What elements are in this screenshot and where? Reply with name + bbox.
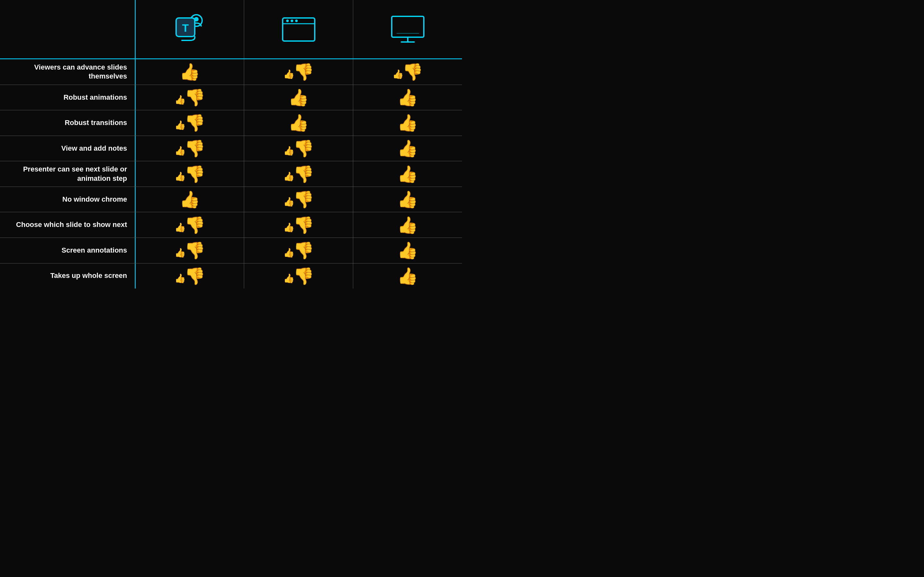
- thumbs-down-icon: 👎: [184, 114, 205, 131]
- thumbs-up-icon: 👍: [397, 191, 418, 208]
- table-row: Presenter can see next slide or animatio…: [0, 161, 462, 187]
- monitor-cell: 👍: [353, 263, 462, 289]
- small-thumbs-up-icon: 👍: [174, 223, 186, 232]
- thumbs-up-icon: 👍: [397, 217, 418, 234]
- mixed-icon: 👍 👎: [174, 166, 205, 182]
- svg-rect-10: [392, 16, 424, 37]
- browser-column-header: [244, 0, 353, 58]
- svg-point-9: [295, 19, 298, 22]
- monitor-cell: 👍: [353, 187, 462, 212]
- mixed-icon: 👍 👎: [174, 242, 205, 259]
- small-thumbs-up-icon: 👍: [174, 248, 186, 258]
- small-thumbs-up-icon: 👍: [283, 70, 294, 79]
- mixed-icon: 👍 👎: [283, 140, 314, 157]
- mixed-icon: 👍 👎: [393, 63, 423, 80]
- monitor-cell: 👍: [353, 85, 462, 110]
- row-label: No window chrome: [0, 187, 135, 212]
- thumbs-down-icon: 👎: [184, 166, 205, 182]
- small-thumbs-up-icon: 👍: [174, 172, 186, 181]
- teams-cell: 👍: [135, 59, 244, 85]
- teams-cell: 👍 👎: [135, 238, 244, 263]
- thumbs-down-icon: 👎: [184, 217, 205, 234]
- browser-cell: 👍 👎: [244, 136, 353, 161]
- mixed-icon: 👍 👎: [283, 191, 314, 208]
- svg-text:T: T: [182, 22, 189, 34]
- thumbs-up-icon: 👍: [397, 89, 418, 106]
- small-thumbs-up-icon: 👍: [283, 197, 294, 206]
- monitor-cell: 👍: [353, 136, 462, 161]
- mixed-icon: 👍 👎: [283, 63, 314, 80]
- small-thumbs-up-icon: 👍: [174, 274, 186, 283]
- row-label: Robust transitions: [0, 110, 135, 135]
- row-label: Presenter can see next slide or animatio…: [0, 161, 135, 187]
- small-thumbs-up-icon: 👍: [174, 121, 186, 130]
- teams-cell: 👍 👎: [135, 136, 244, 161]
- thumbs-up-icon: 👍: [288, 89, 309, 106]
- header-row: T: [0, 0, 462, 59]
- table-row: Viewers can advance slides themselves 👍 …: [0, 59, 462, 85]
- table-row: Choose which slide to show next 👍 👎 👍 👎 …: [0, 212, 462, 238]
- mixed-icon: 👍 👎: [283, 242, 314, 259]
- small-thumbs-up-icon: 👍: [283, 248, 294, 258]
- monitor-cell: 👍: [353, 212, 462, 237]
- svg-point-8: [291, 19, 293, 22]
- row-label: Choose which slide to show next: [0, 212, 135, 237]
- row-label: Viewers can advance slides themselves: [0, 59, 135, 85]
- monitor-cell: 👍: [353, 161, 462, 187]
- mixed-icon: 👍 👎: [283, 166, 314, 182]
- teams-cell: 👍 👎: [135, 85, 244, 110]
- mixed-icon: 👍 👎: [174, 114, 205, 131]
- teams-cell: 👍: [135, 187, 244, 212]
- small-thumbs-up-icon: 👍: [283, 223, 294, 232]
- browser-cell: 👍: [244, 110, 353, 135]
- teams-cell: 👍 👎: [135, 263, 244, 289]
- browser-cell: 👍 👎: [244, 59, 353, 85]
- browser-cell: 👍: [244, 85, 353, 110]
- header-empty-cell: [0, 0, 135, 58]
- mixed-icon: 👍 👎: [283, 217, 314, 234]
- thumbs-down-icon: 👎: [293, 63, 314, 80]
- row-label: Takes up whole screen: [0, 263, 135, 289]
- thumbs-down-icon: 👎: [184, 242, 205, 259]
- monitor-cell: 👍: [353, 110, 462, 135]
- teams-cell: 👍 👎: [135, 110, 244, 135]
- thumbs-down-icon: 👎: [402, 63, 423, 80]
- data-rows: Viewers can advance slides themselves 👍 …: [0, 59, 462, 288]
- thumbs-down-icon: 👎: [184, 140, 205, 157]
- small-thumbs-up-icon: 👍: [393, 70, 404, 79]
- thumbs-down-icon: 👎: [293, 166, 314, 182]
- browser-cell: 👍 👎: [244, 212, 353, 237]
- teams-icon: T: [172, 11, 208, 47]
- small-thumbs-up-icon: 👍: [283, 147, 294, 155]
- row-label: Robust animations: [0, 85, 135, 110]
- teams-column-header: T: [135, 0, 244, 58]
- table-row: Robust transitions 👍 👎 👍 👍: [0, 110, 462, 136]
- thumbs-up-icon: 👍: [397, 114, 418, 131]
- thumbs-down-icon: 👎: [184, 268, 205, 284]
- browser-cell: 👍 👎: [244, 263, 353, 289]
- thumbs-down-icon: 👎: [293, 268, 314, 284]
- monitor-column-header: [353, 0, 462, 58]
- small-thumbs-up-icon: 👍: [283, 274, 294, 283]
- svg-point-7: [286, 19, 289, 22]
- table-row: Takes up whole screen 👍 👎 👍 👎 👍: [0, 263, 462, 289]
- row-label: View and add notes: [0, 136, 135, 161]
- thumbs-down-icon: 👎: [293, 191, 314, 208]
- monitor-cell: 👍: [353, 238, 462, 263]
- mixed-icon: 👍 👎: [174, 268, 205, 284]
- thumbs-down-icon: 👎: [293, 242, 314, 259]
- monitor-icon: [390, 11, 425, 47]
- thumbs-down-icon: 👎: [293, 217, 314, 234]
- thumbs-up-icon: 👍: [397, 166, 418, 182]
- mixed-icon: 👍 👎: [174, 89, 205, 106]
- browser-cell: 👍 👎: [244, 238, 353, 263]
- mixed-icon: 👍 👎: [174, 140, 205, 157]
- monitor-cell: 👍 👎: [353, 59, 462, 85]
- thumbs-up-icon: 👍: [397, 140, 418, 157]
- mixed-icon: 👍 👎: [174, 217, 205, 234]
- mixed-icon: 👍 👎: [283, 268, 314, 284]
- thumbs-down-icon: 👎: [184, 89, 205, 106]
- browser-cell: 👍 👎: [244, 187, 353, 212]
- table-row: Robust animations 👍 👎 👍 👍: [0, 85, 462, 111]
- thumbs-up-icon: 👍: [397, 268, 418, 284]
